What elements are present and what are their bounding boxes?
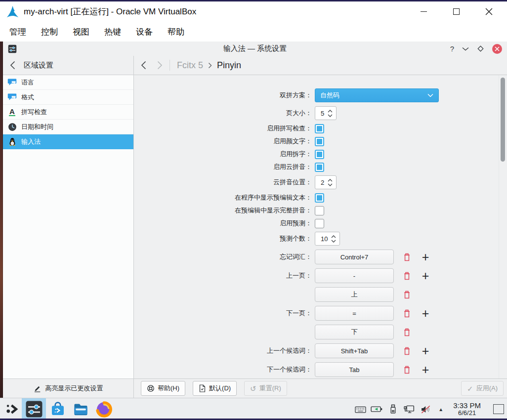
usb-device-tray-icon[interactable] — [387, 403, 399, 415]
task-system-settings[interactable] — [22, 398, 46, 420]
trash-icon — [403, 252, 411, 262]
emoji-enable-label: 启用颜文字： — [134, 137, 315, 146]
sidebar-item-formats[interactable]: 格式 — [3, 90, 133, 105]
add-key-button[interactable]: + — [420, 364, 431, 376]
spin-down-icon[interactable] — [328, 114, 333, 117]
header-toolbar: 区域设置 Fcitx 5 Pinyin — [3, 56, 507, 75]
cloud-pinyin-label: 启用云拼音： — [134, 163, 315, 171]
maximize-titlebar-button[interactable] — [477, 45, 484, 52]
delete-key-button[interactable] — [401, 326, 412, 338]
chaizi-enable-label: 启用拆字： — [134, 150, 315, 159]
add-key-button[interactable]: + — [420, 307, 431, 319]
maximize-button[interactable] — [440, 1, 472, 22]
spin-down-icon[interactable] — [331, 240, 336, 243]
page-size-label: 页大小： — [134, 109, 315, 118]
delete-key-button[interactable] — [401, 270, 412, 282]
tux-penguin-icon — [7, 137, 17, 146]
prev-candidate-key-button[interactable]: Shift+Tab — [315, 343, 394, 358]
clock[interactable]: 3:33 PM 6/6/21 — [453, 401, 481, 417]
document-icon — [199, 384, 206, 392]
spin-down-icon[interactable] — [328, 183, 333, 186]
delete-key-button[interactable] — [401, 345, 412, 357]
sidebar-item-language[interactable]: 语言 — [3, 75, 133, 90]
forget-word-key-button[interactable]: Control+7 — [315, 250, 394, 264]
sidebar: 语言 格式 A 拼写检查 日期和时间 输入法 — [3, 75, 134, 378]
next-page-key-button[interactable]: = — [315, 306, 394, 321]
menu-help[interactable]: 帮助 — [160, 23, 192, 41]
add-key-button[interactable]: + — [420, 345, 431, 357]
spin-up-icon[interactable] — [331, 235, 336, 238]
keyboard-tray-icon[interactable] — [354, 403, 366, 415]
app-launcher-button[interactable] — [2, 398, 22, 420]
emoji-checkbox[interactable] — [315, 137, 324, 146]
clock-date: 6/6/21 — [453, 410, 481, 417]
tray-expand-arrow[interactable]: ▲ — [436, 407, 446, 412]
delete-key-button[interactable] — [401, 289, 412, 300]
kde-titlebar[interactable]: 输入法 — 系统设置 ? — [3, 42, 507, 56]
close-titlebar-button[interactable] — [492, 44, 502, 54]
pred-count-spinner[interactable]: 10 — [315, 232, 340, 246]
reset-button[interactable]: ↺ 重置(R) — [244, 381, 287, 396]
next-candidate-label: 下一个候选词： — [134, 365, 315, 374]
sidebar-item-input-method[interactable]: 输入法 — [3, 134, 133, 149]
breadcrumb-back-icon[interactable] — [141, 61, 146, 70]
menu-control[interactable]: 控制 — [34, 23, 65, 41]
minimize-button[interactable] — [407, 1, 440, 22]
help-button[interactable]: 帮助(H) — [141, 381, 185, 396]
cloud-pinyin-checkbox[interactable] — [315, 163, 324, 172]
clock-time: 3:33 PM — [453, 401, 481, 410]
sidebar-item-datetime[interactable]: 日期和时间 — [3, 120, 133, 134]
page-size-value: 5 — [321, 110, 324, 117]
breadcrumb-forward-icon[interactable] — [157, 61, 163, 70]
battery-tray-icon[interactable] — [371, 403, 382, 415]
prev-page-key-button[interactable]: - — [315, 268, 394, 283]
diamond-icon — [477, 45, 484, 52]
defaults-button[interactable]: 默认(D) — [193, 381, 237, 396]
sidebar-item-spellcheck[interactable]: A 拼写检查 — [3, 105, 133, 120]
menu-machine[interactable]: 管理 — [2, 23, 34, 41]
chevron-right-icon — [208, 62, 212, 69]
spellcheck-checkbox[interactable] — [315, 124, 324, 133]
back-icon[interactable] — [10, 61, 15, 70]
breadcrumb-parent[interactable]: Fcitx 5 — [177, 60, 203, 71]
apply-button[interactable]: ✓ 应用(A) — [461, 381, 504, 396]
close-button[interactable] — [472, 1, 505, 22]
menu-view[interactable]: 视图 — [65, 23, 97, 41]
task-firefox[interactable] — [92, 398, 116, 420]
discover-icon — [50, 401, 66, 417]
minimize-titlebar-button[interactable] — [462, 47, 469, 51]
menu-hotkeys[interactable]: 热键 — [97, 23, 128, 41]
delete-key-button[interactable] — [401, 307, 412, 319]
preedit-checkbox[interactable] — [315, 193, 324, 203]
prediction-checkbox[interactable] — [315, 219, 324, 228]
highlight-changed-settings[interactable]: 高亮显示已更改设置 — [3, 379, 134, 398]
full-pinyin-checkbox[interactable] — [315, 206, 324, 215]
add-key-button[interactable]: + — [420, 270, 431, 282]
device-notifier-tray-icon[interactable] — [403, 403, 415, 415]
cloud-pos-spinner[interactable]: 2 — [315, 175, 337, 189]
next-page-key2-button[interactable]: 下 — [315, 325, 394, 339]
delete-key-button[interactable] — [401, 251, 412, 263]
add-key-button[interactable]: + — [420, 251, 431, 263]
pred-count-value: 10 — [321, 235, 328, 243]
scrollbar-track[interactable] — [499, 75, 507, 378]
kde-launcher-icon — [5, 402, 19, 416]
trash-icon — [403, 290, 411, 299]
show-desktop-button[interactable] — [493, 404, 504, 414]
delete-key-button[interactable] — [401, 364, 412, 376]
menu-devices[interactable]: 设备 — [128, 23, 160, 41]
scrollbar-thumb[interactable] — [501, 78, 505, 162]
help-titlebar-button[interactable]: ? — [450, 44, 454, 53]
task-discover[interactable] — [46, 398, 69, 420]
next-candidate-key-button[interactable]: Tab — [315, 362, 394, 377]
page-size-spinner[interactable]: 5 — [315, 106, 337, 120]
task-dolphin[interactable] — [69, 398, 92, 420]
spin-up-icon[interactable] — [328, 110, 333, 113]
volume-muted-tray-icon[interactable] — [420, 403, 431, 415]
spin-up-icon[interactable] — [328, 179, 333, 182]
sidebar-item-label: 格式 — [21, 93, 34, 102]
shuangpin-select[interactable]: 自然码 — [315, 88, 439, 102]
chaizi-checkbox[interactable] — [315, 150, 324, 159]
prev-page-key2-button[interactable]: 上 — [315, 287, 394, 302]
firefox-icon — [96, 401, 112, 418]
